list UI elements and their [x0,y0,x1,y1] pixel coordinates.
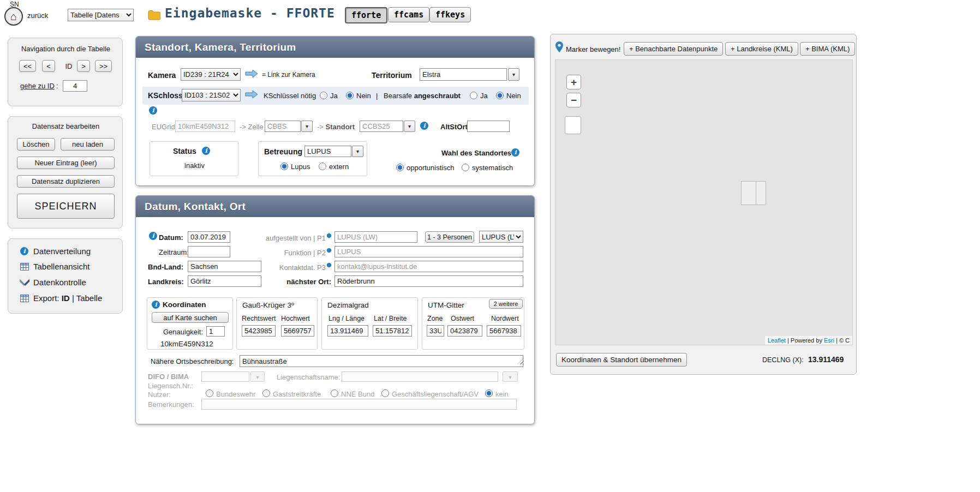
nav-last-button[interactable]: >> [95,60,112,72]
personen-select[interactable]: LUPUS (LW [479,231,523,243]
tab-fforte[interactable]: fforte [345,7,387,23]
table-select[interactable]: Tabelle [Datens [68,9,134,21]
duplicate-button[interactable]: Datensatz duplizieren [17,175,115,188]
info-icon[interactable]: i [420,122,428,130]
personen-button[interactable]: 1 - 3 Personen [425,231,474,243]
kschluessel-nein-label: Nein [356,92,371,100]
p1-input[interactable] [334,231,417,243]
info-icon[interactable]: i [152,301,160,309]
goto-id-link[interactable]: gehe zu ID [20,82,55,90]
kschluessel-ja-radio[interactable] [320,92,327,99]
kschluessel-nein-radio[interactable] [346,92,354,99]
gk-rechtswert-input[interactable] [242,325,276,337]
tab-ffcams[interactable]: ffcams [388,7,429,22]
bearsafe-ja-radio[interactable] [470,92,477,99]
utm-zone-input[interactable] [427,325,444,337]
mini-info-icon[interactable] [327,263,331,267]
ortsbeschreibung-input[interactable] [240,355,523,367]
dezimalgrad-group: Dezimalgrad Lng / Länge Lat / Breite [321,297,418,350]
add-datapoints-button[interactable]: + Benachbarte Datenpunkte [624,42,723,56]
utm-nordwert-input[interactable] [487,325,521,337]
genauigkeit-input[interactable] [206,326,225,337]
betreuung-input[interactable] [304,146,351,157]
export-label: Export: [33,293,59,303]
territorium-dropdown-button[interactable]: ▾ [508,68,519,81]
p2-input[interactable] [334,246,523,257]
camera-link-label[interactable]: = Link zur Kamera [262,71,315,79]
liegenschaftsname-input [342,371,498,382]
export-separator: | [72,293,74,303]
link-tabellenansicht[interactable]: Tabellenansicht [33,262,89,271]
zelle-dropdown-button[interactable]: ▾ [301,121,313,132]
p3-input[interactable] [334,261,523,272]
mini-info-icon[interactable] [327,233,331,238]
info-icon[interactable]: i [202,147,210,155]
zoom-in-button[interactable]: + [566,75,581,89]
nav-prev-button[interactable]: < [42,60,55,72]
wahl-systematisch-radio[interactable] [462,164,469,171]
apply-coordinates-button[interactable]: Koordinaten & Standort übernehmen [556,353,687,367]
dg-lat-input[interactable] [373,325,412,337]
nav-first-button[interactable]: << [19,60,36,72]
gk-hochwert-input[interactable] [281,325,314,337]
zelle-input[interactable] [265,121,301,132]
nutzer-nne-bund-radio[interactable] [331,389,338,397]
zeitraum-input[interactable] [188,246,230,257]
link-datenkontrolle[interactable]: Datenkontrolle [33,278,86,287]
map-search-button[interactable]: auf Karte suchen [152,312,229,323]
mini-info-icon[interactable] [327,248,331,253]
betreuung-lupus-radio[interactable] [280,163,288,170]
camera-link-arrow-icon[interactable] [245,69,258,80]
kschloss-select[interactable]: ID103 : 21S02 [182,89,241,101]
panel-standort: Standort, Kamera, Territorium Kamera ID2… [135,36,535,186]
bearsafe-nein-radio[interactable] [496,92,504,99]
nutzer-gaststreitkraefte-radio[interactable] [262,389,270,397]
back-link[interactable]: zurück [27,11,48,20]
bearsafe-label-text: Bearsafe [384,92,412,100]
standort-input[interactable] [360,121,403,132]
nutzer-bundeswehr-radio[interactable] [206,389,213,397]
bndland-label: Bnd-Land: [148,263,183,271]
save-button[interactable]: SPEICHERN [17,194,115,219]
bearsafe-ja-label: Ja [480,92,488,100]
new-entry-button[interactable]: Neuer Eintrag (leer) [17,157,115,169]
goto-id-input[interactable] [63,80,87,92]
info-icon[interactable]: i [149,232,157,240]
nutzer-kein-radio[interactable] [485,389,493,397]
kschloss-link-arrow-icon[interactable] [245,90,258,100]
zoom-out-button[interactable]: − [566,93,581,107]
delete-button[interactable]: Löschen [17,138,55,151]
info-icon[interactable]: i [149,106,157,115]
link-datenverteilung[interactable]: Datenverteilung [33,247,91,256]
utm-ostwert-input[interactable] [447,325,482,337]
leaflet-link[interactable]: Leaflet [768,337,786,344]
utm-more-button[interactable]: 2 weitere [489,299,523,309]
export-id-link[interactable]: ID [62,293,70,303]
bearsafe-nein-label: Nein [506,92,521,100]
tab-ffkeys[interactable]: ffkeys [429,7,471,22]
map-canvas[interactable]: + − Leaflet | Powered by Esri | © C [555,59,853,345]
altstort-input[interactable] [467,121,510,132]
nutzer-geschaeftsliegenschaft-radio[interactable] [381,389,389,397]
wahl-opportunistisch-radio[interactable] [396,164,404,171]
kamera-select[interactable]: ID239 : 21R24 [181,68,241,81]
utm-zone-label: Zone [427,315,443,322]
add-landkreise-button[interactable]: + Landkreise (KML) [725,42,798,56]
chevron-down-icon: ▾ [408,123,411,129]
esri-link[interactable]: Esri [824,337,834,344]
territorium-input[interactable] [420,68,507,81]
map-control-box[interactable] [565,116,581,134]
betreuung-dropdown-button[interactable]: ▾ [352,146,363,157]
reload-button[interactable]: neu laden [61,138,115,151]
add-bima-button[interactable]: + BIMA (KML) [800,42,855,56]
nav-next-button[interactable]: > [77,60,90,72]
export-table-link[interactable]: Tabelle [76,293,103,303]
standort-dropdown-button[interactable]: ▾ [404,121,415,132]
info-icon[interactable]: i [511,148,519,157]
datum-input[interactable] [188,231,230,243]
dg-lng-input[interactable] [327,325,368,337]
utm-ostwert-label: Ostwert [451,315,474,322]
betreuung-extern-radio[interactable] [319,163,326,170]
home-button[interactable]: ⌂ [4,7,23,26]
naechster-ort-input[interactable] [334,275,523,287]
